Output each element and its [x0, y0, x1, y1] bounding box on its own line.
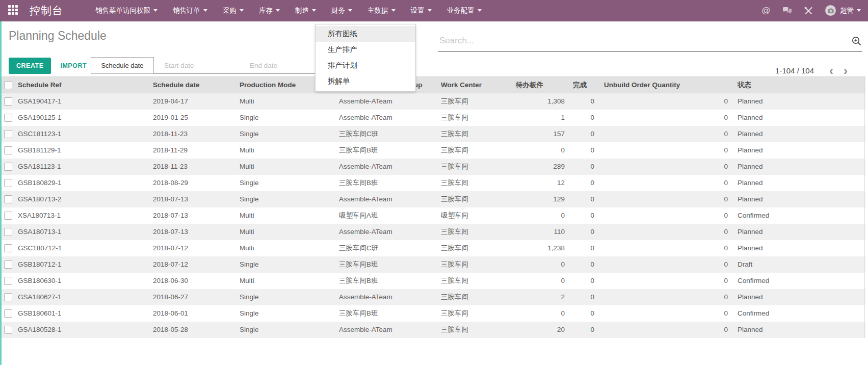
nav-menu-业务配置[interactable]: 业务配置: [439, 0, 489, 21]
row-checkbox-cell: [0, 110, 15, 126]
nav-menu-库存[interactable]: 库存: [251, 0, 287, 21]
done-cell: 0: [566, 142, 595, 159]
unbuild-cell: 0: [595, 175, 729, 191]
row-checkbox[interactable]: [4, 212, 12, 220]
ref-cell: GSB180601-1: [15, 305, 150, 322]
row-checkbox[interactable]: [4, 97, 12, 106]
table-row[interactable]: GSB180829-12018-08-29Single三胺车间B班三胺车间120…: [0, 175, 865, 191]
column-header-wc[interactable]: Work Center: [438, 77, 512, 93]
dropdown-item-排产计划[interactable]: 排产计划: [315, 58, 415, 73]
pending-cell: 157: [512, 126, 566, 142]
nav-menu-设置[interactable]: 设置: [403, 0, 439, 21]
table-row[interactable]: GSB180630-12018-06-30Multi三胺车间B班三胺车间000C…: [0, 273, 865, 289]
nav-menu-采购[interactable]: 采购: [215, 0, 251, 21]
nav-menu-销售菜单访问权限[interactable]: 销售菜单访问权限: [88, 0, 165, 21]
group-cell: 三胺车间B班: [336, 256, 438, 273]
table-row[interactable]: GSA190125-12019-01-25SingleAssemble-ATea…: [0, 110, 865, 126]
dropdown-item-所有图纸[interactable]: 所有图纸: [315, 26, 415, 42]
table-row[interactable]: GSA190417-12019-04-17MultiAssemble-ATeam…: [0, 93, 865, 110]
unbuild-cell: 0: [595, 93, 729, 110]
apps-grid-icon[interactable]: [8, 5, 19, 16]
ref-cell: GSA180528-1: [15, 322, 150, 338]
table-row[interactable]: GSB180601-12018-06-01Single三胺车间B班三胺车间000…: [0, 305, 865, 322]
chevron-down-icon: [428, 9, 432, 12]
wc-cell: 三胺车间: [438, 322, 512, 338]
search-input[interactable]: [438, 33, 845, 49]
table-row[interactable]: GSC180712-12018-07-12Multi三胺车间C班三胺车间1,23…: [0, 240, 865, 256]
row-checkbox[interactable]: [4, 277, 12, 285]
row-checkbox[interactable]: [4, 114, 12, 122]
select-all-checkbox[interactable]: [4, 81, 12, 89]
row-checkbox[interactable]: [4, 293, 12, 301]
end-date-input[interactable]: [240, 57, 326, 74]
schedule-date-filter-button[interactable]: Schedule date: [91, 57, 154, 74]
table-row[interactable]: GSB180712-12018-07-12Single三胺车间B班三胺车间000…: [0, 256, 865, 273]
column-header-pending[interactable]: 待办板件: [512, 77, 566, 93]
pager-previous-button[interactable]: ‹: [824, 64, 838, 78]
nav-menu-主数据[interactable]: 主数据: [360, 0, 403, 21]
pending-cell: 0: [512, 256, 566, 273]
row-checkbox[interactable]: [4, 309, 12, 318]
done-cell: 0: [566, 159, 595, 175]
mode-cell: Multi: [237, 142, 336, 159]
mentions-icon[interactable]: @: [761, 6, 770, 16]
unbuild-cell: 0: [595, 322, 729, 338]
date-cell: 2018-07-13: [150, 207, 237, 224]
messages-icon[interactable]: [782, 7, 792, 15]
dropdown-item-生产排产[interactable]: 生产排产: [315, 42, 415, 58]
row-checkbox[interactable]: [4, 146, 12, 154]
chevron-down-icon: [348, 9, 352, 12]
column-header-unbuild[interactable]: Unbuild Order Quantity: [595, 77, 729, 93]
pending-cell: 0: [512, 273, 566, 289]
table-row[interactable]: GSA180627-12018-06-27SingleAssemble-ATea…: [0, 289, 865, 305]
zoom-in-search-icon[interactable]: [851, 36, 862, 49]
row-checkbox[interactable]: [4, 195, 12, 203]
pager-next-button[interactable]: ›: [838, 64, 853, 78]
column-header-status[interactable]: 状态: [729, 77, 865, 93]
row-checkbox[interactable]: [4, 130, 12, 138]
table-row[interactable]: GSA180713-12018-07-13MultiAssemble-ATeam…: [0, 224, 865, 240]
row-checkbox[interactable]: [4, 326, 12, 334]
date-cell: 2018-07-13: [150, 224, 237, 240]
status-cell: Planned: [729, 110, 865, 126]
row-checkbox[interactable]: [4, 163, 12, 171]
done-cell: 0: [566, 93, 595, 110]
row-checkbox[interactable]: [4, 244, 12, 252]
wc-cell: 三胺车间: [438, 159, 512, 175]
list-right-edge: [864, 76, 865, 338]
table-row[interactable]: GSA180713-22018-07-13SingleAssemble-ATea…: [0, 191, 865, 207]
wc-cell: 三胺车间: [438, 305, 512, 322]
unbuild-cell: 0: [595, 126, 729, 142]
mode-cell: Single: [237, 322, 336, 338]
column-header-ref[interactable]: Schedule Ref: [15, 77, 150, 93]
status-cell: Confirmed: [729, 305, 865, 322]
column-header-done[interactable]: 完成: [566, 77, 595, 93]
date-cell: 2018-11-23: [150, 126, 237, 142]
row-checkbox[interactable]: [4, 260, 12, 269]
done-cell: 0: [566, 256, 595, 273]
nav-menu-制造[interactable]: 制造: [287, 0, 324, 21]
row-checkbox[interactable]: [4, 228, 12, 236]
nav-menu-销售订单[interactable]: 销售订单: [165, 0, 215, 21]
user-menu[interactable]: 超管: [825, 5, 861, 16]
create-button[interactable]: CREATE: [9, 58, 51, 74]
dropdown-item-拆解单[interactable]: 拆解单: [315, 73, 415, 89]
wc-cell: 三胺车间: [438, 126, 512, 142]
table-row[interactable]: XSA180713-12018-07-13Multi吸塑车间A班吸塑车间000C…: [0, 207, 865, 224]
row-checkbox-cell: [0, 240, 15, 256]
row-checkbox[interactable]: [4, 179, 12, 187]
table-row[interactable]: GSA180528-12018-05-28SingleAssemble-ATea…: [0, 322, 865, 338]
column-header-date[interactable]: Schedule date: [150, 77, 237, 93]
unbuild-cell: 0: [595, 289, 729, 305]
table-row[interactable]: GSB181129-12018-11-29Multi三胺车间B班三胺车间000P…: [0, 142, 865, 159]
nav-menu-label: 采购: [223, 6, 236, 15]
nav-menu-财务[interactable]: 财务: [324, 0, 360, 21]
import-button[interactable]: IMPORT: [60, 62, 87, 69]
table-row[interactable]: GSC181123-12018-11-23Single三胺车间C班三胺车间157…: [0, 126, 865, 142]
status-cell: Planned: [729, 224, 865, 240]
table-row[interactable]: GSA181123-12018-11-23MultiAssemble-ATeam…: [0, 159, 865, 175]
mode-cell: Single: [237, 305, 336, 322]
date-cell: 2018-08-29: [150, 175, 237, 191]
start-date-input[interactable]: [154, 57, 240, 74]
tools-icon[interactable]: [804, 7, 813, 15]
